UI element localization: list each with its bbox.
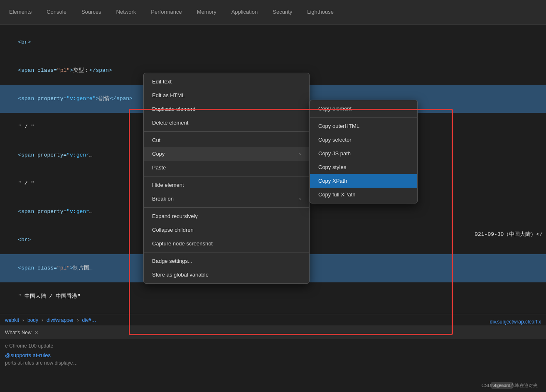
- submenu-copy-styles[interactable]: Copy styles: [310, 160, 417, 174]
- submenu-copy-xpath[interactable]: Copy XPath: [310, 174, 417, 188]
- at-rules-link[interactable]: @supports at-rules: [5, 352, 51, 358]
- whats-new-tab: What's New ×: [0, 326, 546, 339]
- tab-memory[interactable]: Memory: [189, 0, 224, 24]
- csdn-watermark: CSDN @echo赤峰在逃对夹: [482, 382, 538, 389]
- tab-console[interactable]: Console: [39, 0, 74, 24]
- break-on-arrow-icon: ›: [299, 196, 301, 202]
- menu-paste[interactable]: Paste: [144, 161, 309, 174]
- bottom-panel: What's New × e Chrome 100 update @suppor…: [0, 326, 546, 392]
- breadcrumb-body: body: [26, 317, 40, 323]
- separator-3: [144, 207, 309, 208]
- tab-network[interactable]: Network: [109, 0, 144, 24]
- copy-arrow-icon: ›: [299, 151, 301, 157]
- menu-edit-as-html[interactable]: Edit as HTML: [144, 88, 309, 102]
- separator-2: [144, 176, 309, 176]
- submenu-copy-element[interactable]: Copy element: [310, 102, 417, 115]
- menu-break-on[interactable]: Break on ›: [144, 192, 309, 206]
- tab-performance[interactable]: Performance: [143, 0, 189, 24]
- menu-cut[interactable]: Cut: [144, 133, 309, 147]
- at-rules-description: ports at-rules are now displaye…: [5, 360, 541, 366]
- context-menu: Edit text Edit as HTML Duplicate element…: [143, 73, 310, 284]
- submenu-copy-outerhtml[interactable]: Copy outerHTML: [310, 119, 417, 133]
- whats-new-close-button[interactable]: ×: [35, 329, 38, 336]
- tab-application[interactable]: Application: [224, 0, 266, 24]
- copy-submenu: Copy element Copy outerHTML Copy selecto…: [310, 100, 418, 203]
- menu-delete-element[interactable]: Delete element: [144, 116, 309, 130]
- submenu-copy-jspath[interactable]: Copy JS path: [310, 147, 417, 160]
- menu-edit-text[interactable]: Edit text: [144, 75, 309, 88]
- separator-1: [144, 131, 309, 132]
- breadcrumb-div: div#…: [80, 317, 98, 323]
- submenu-copy-full-xpath[interactable]: Copy full XPath: [310, 188, 417, 201]
- whats-new-content: e Chrome 100 update @supports at-rules p…: [0, 339, 546, 369]
- menu-copy[interactable]: Copy ›: [144, 147, 309, 161]
- menu-hide-element[interactable]: Hide element: [144, 178, 309, 192]
- menu-badge-settings[interactable]: Badge settings...: [144, 254, 309, 268]
- tab-elements[interactable]: Elements: [2, 0, 39, 24]
- code-line-1: <br>: [0, 28, 546, 56]
- devtools-tab-bar: Elements Console Sources Network Perform…: [0, 0, 546, 25]
- breadcrumb-bar: webkit › body › div#wrapper › div#…: [0, 314, 546, 326]
- tab-sources[interactable]: Sources: [74, 0, 109, 24]
- breadcrumb-webkit: webkit: [3, 317, 21, 323]
- tab-security[interactable]: Security: [265, 0, 300, 24]
- right-breadcrumb: div.subjectwrap.clearfix: [488, 319, 546, 325]
- submenu-sep-1: [310, 117, 417, 118]
- menu-expand-recursively[interactable]: Expand recursively: [144, 209, 309, 223]
- tab-lighthouse[interactable]: Lighthouse: [300, 0, 341, 24]
- code-line-10: " 中国大陆 / 中国香港": [0, 282, 546, 311]
- breadcrumb-wrapper: div#wrapper: [45, 317, 75, 323]
- menu-store-global[interactable]: Store as global variable: [144, 268, 309, 282]
- right-code-content: 021-09-30（中国大陆）</: [475, 230, 546, 238]
- menu-capture-screenshot[interactable]: Capture node screenshot: [144, 237, 309, 250]
- menu-duplicate-element[interactable]: Duplicate element: [144, 102, 309, 116]
- separator-4: [144, 252, 309, 252]
- menu-collapse-children[interactable]: Collapse children: [144, 223, 309, 237]
- submenu-copy-selector[interactable]: Copy selector: [310, 133, 417, 147]
